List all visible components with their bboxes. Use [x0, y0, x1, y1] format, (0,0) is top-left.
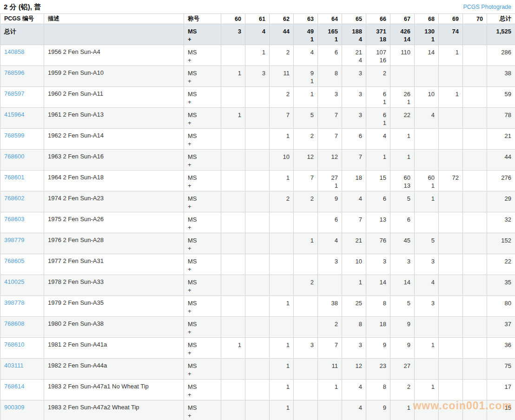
table-row: 7685991962 2 Fen Sun-A14MS+12764121	[0, 129, 515, 150]
row-total-cell: 15	[487, 400, 515, 420]
grade-plus-count	[346, 391, 362, 399]
grade-count: 4	[418, 278, 435, 286]
grade-60-cell: 1	[221, 108, 245, 129]
table-row: 3987781979 2 Fen Sun-A35MS+1382585380	[0, 296, 515, 317]
grade-plus-count: 18	[370, 35, 386, 43]
grade-count: 7	[346, 153, 362, 161]
pcgs-number-link[interactable]: 768605	[4, 257, 24, 264]
grade-60-cell	[221, 129, 245, 150]
designation-cell: MS+	[184, 296, 221, 317]
grade-65-cell: 21	[342, 233, 366, 254]
grade-plus-count	[249, 203, 265, 210]
pcgs-number-link[interactable]: 403111	[4, 362, 23, 369]
grade-count	[418, 216, 435, 223]
total-row: 总计MS+34444911651188437118426141301741,52…	[0, 24, 515, 45]
pcgs-number-link[interactable]: 768599	[4, 132, 24, 139]
pcgs-number-cell: 410025	[0, 275, 44, 296]
grade-count	[467, 383, 483, 391]
designation-plus: +	[188, 77, 217, 85]
grade-count	[225, 404, 241, 412]
row-total-value: 37	[491, 320, 511, 328]
grade-60-cell	[221, 87, 245, 108]
grade-66-cell: 2	[366, 66, 390, 87]
pcgs-number-link[interactable]: 415964	[4, 111, 24, 118]
table-row: 7686001963 2 Fen Sun-A16MS+10121271144	[0, 150, 515, 171]
grade-plus-count	[322, 56, 338, 64]
total-grade-60-cell: 3	[221, 24, 245, 45]
grade-count: 25	[346, 299, 362, 307]
pcgs-number-link[interactable]: 768614	[4, 383, 24, 390]
grade-count: 2	[297, 278, 314, 286]
pcgs-number-link[interactable]: 900309	[4, 404, 24, 411]
pcgs-number-link[interactable]: 768602	[4, 195, 24, 202]
pcgs-number-link[interactable]: 768603	[4, 216, 24, 223]
grade-plus-count	[273, 391, 290, 399]
grade-plus-count: 4	[346, 56, 362, 64]
grade-plus-count	[418, 98, 435, 106]
description-cell: 1956 2 Fen Sun-A4	[44, 45, 184, 66]
grade-plus-count	[297, 412, 314, 420]
grade-69-cell: 1	[439, 45, 463, 66]
pcgs-number-link[interactable]: 768601	[4, 174, 24, 181]
grade-count	[249, 90, 265, 98]
grade-count: 8	[370, 383, 386, 391]
pcgs-photograde-link[interactable]: PCGS Photograde	[463, 4, 511, 10]
grade-plus-count	[394, 412, 410, 420]
grade-count	[249, 153, 265, 161]
grade-60-cell	[221, 233, 245, 254]
grade-70-cell	[463, 233, 487, 254]
pcgs-number-cell: 900309	[0, 400, 44, 420]
table-row: 9003091983 2 Fen Sun-A47a2 Wheat TipMS+1…	[0, 400, 515, 420]
pcgs-number-link[interactable]: 768600	[4, 153, 24, 160]
grade-plus-count	[297, 286, 314, 294]
grade-count: 38	[322, 299, 338, 307]
pcgs-number-link[interactable]: 140858	[4, 48, 24, 55]
grade-count	[322, 404, 338, 412]
grade-70-cell	[463, 66, 487, 87]
grade-plus-count	[346, 307, 362, 315]
grade-count: 44	[273, 27, 290, 35]
grade-plus-count	[394, 119, 410, 127]
grade-count: 1	[418, 341, 435, 349]
pcgs-number-link[interactable]: 410025	[4, 278, 24, 285]
pcgs-number-link[interactable]: 768608	[4, 320, 24, 327]
row-total-value: 44	[491, 153, 511, 161]
pcgs-number-link[interactable]: 398779	[4, 236, 24, 243]
pcgs-number-link[interactable]: 768597	[4, 90, 24, 97]
grade-plus-count	[418, 328, 435, 336]
grade-68-cell: 14	[415, 45, 439, 66]
grade-plus-count	[442, 203, 459, 210]
grade-count	[225, 299, 241, 307]
designation-ms: MS	[188, 195, 217, 203]
pcgs-number-link[interactable]: 398778	[4, 299, 24, 306]
grade-count: 1	[394, 132, 410, 140]
grade-count: 6	[322, 216, 338, 223]
grade-61-cell	[245, 150, 270, 171]
grade-plus-count	[442, 391, 459, 399]
grade-62-cell: 1	[270, 296, 294, 317]
total-row-description-cell	[44, 24, 184, 45]
grade-plus-count	[297, 307, 314, 315]
grade-count: 12	[346, 362, 362, 370]
pcgs-number-link[interactable]: 768610	[4, 341, 24, 348]
grade-68-cell	[415, 359, 439, 380]
grade-69-cell: 72	[439, 171, 463, 191]
pcgs-number-cell: 768599	[0, 129, 44, 150]
row-total-value: 22	[491, 257, 511, 265]
grade-plus-count	[370, 412, 386, 420]
designation-ms: MS	[188, 90, 217, 98]
grade-plus-count	[418, 307, 435, 315]
header-grade-61: 61	[245, 14, 270, 24]
designation-ms: MS	[188, 48, 217, 56]
pcgs-number-link[interactable]: 768596	[4, 69, 24, 76]
row-total-value: 32	[491, 216, 511, 223]
grade-count: 8	[346, 320, 362, 328]
grade-61-cell	[245, 400, 270, 420]
grade-65-cell: 4	[342, 400, 366, 420]
grade-plus-count	[225, 182, 241, 190]
table-row: 7685961959 2 Fen Sun-A10MS+13119183238	[0, 66, 515, 87]
grade-count: 4	[322, 236, 338, 244]
total-grade-69-cell: 74	[439, 24, 463, 45]
grade-plus-count: 14	[394, 35, 410, 43]
grade-count: 1	[346, 278, 362, 286]
